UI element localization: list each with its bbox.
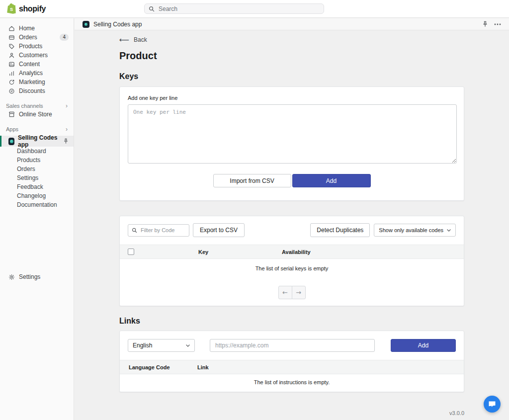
search-icon [132,228,137,233]
orders-count-badge: 4 [60,34,69,41]
chat-bubble-icon [488,401,496,408]
detect-duplicates-button[interactable]: Detect Duplicates [310,223,370,237]
customers-icon [8,52,15,59]
keys-heading: Keys [119,72,464,81]
chevron-down-icon [186,344,190,347]
codes-empty-state: The list of serial keys is empty [120,259,464,271]
home-icon [8,25,15,32]
sidebar-item-marketing[interactable]: Marketing [0,78,74,86]
pin-icon[interactable] [482,21,488,27]
sidebar-item-customers[interactable]: Customers [0,51,74,60]
top-bar: S shopify [0,0,509,18]
next-page-button[interactable]: → [292,286,306,299]
links-heading: Links [119,317,464,326]
search-input[interactable] [158,5,320,13]
keys-textarea[interactable] [128,104,457,164]
sidebar-item-home[interactable]: Home [0,24,74,33]
app-header-bar: Selling Codes app [75,18,509,30]
app-nav-changelog[interactable]: Changelog [0,191,74,200]
app-nav-documentation[interactable]: Documentation [0,200,74,209]
language-select[interactable]: English [128,339,195,352]
chevron-right-icon: › [66,126,68,133]
back-link[interactable]: ⟵ Back [119,36,464,43]
storefront-icon [8,111,15,118]
shopify-wordmark: shopify [19,4,46,13]
export-to-csv-button[interactable]: Export to CSV [193,223,245,237]
pin-icon[interactable] [63,138,69,144]
sidebar-item-settings[interactable]: Settings [0,273,74,280]
app-nav-settings[interactable]: Settings [0,173,74,182]
marketing-icon [8,79,15,85]
sidebar-item-online-store[interactable]: Online Store [0,110,74,119]
column-header-availability: Availability [282,249,311,255]
gear-icon [8,274,15,280]
import-from-csv-button[interactable]: Import from CSV [213,174,291,187]
sidebar-item-content[interactable]: Content [0,60,74,69]
sidebar-item-discounts[interactable]: Discounts [0,86,74,95]
column-header-key: Key [198,249,282,255]
app-nav-products[interactable]: Products [0,156,74,165]
products-icon [8,43,15,50]
filter-by-code-input[interactable] [140,227,185,234]
codes-table-header: Key Availability [120,245,464,259]
content-icon [8,61,15,68]
sidebar-item-selling-codes-app[interactable]: Selling Codes app [0,136,74,147]
main-area: Selling Codes app ⟵ Back Product Keys Ad… [75,18,509,420]
pagination: ← → [120,286,464,306]
app-nav-feedback[interactable]: Feedback [0,182,74,191]
selling-codes-app-icon [8,138,14,145]
chat-bubble-button[interactable] [484,396,501,413]
column-header-language-code: Language Code [120,364,197,370]
shopify-logo[interactable]: S shopify [6,3,46,14]
chevron-right-icon: › [66,102,68,109]
keys-field-label: Add one key per line [128,95,456,101]
previous-page-button[interactable]: ← [278,286,292,299]
availability-filter-select[interactable]: Show only available codes [374,224,456,237]
links-empty-state: The list of instructions is empty. [120,374,464,392]
add-link-button[interactable]: Add [391,339,456,352]
link-url-input[interactable] [210,339,375,352]
app-header-title: Selling Codes app [93,21,142,28]
add-keys-button[interactable]: Add [292,174,371,187]
sales-channels-section[interactable]: Sales channels › [0,101,74,110]
links-table-header: Language Code Link [120,360,464,374]
search-icon [149,6,155,12]
app-nav-dashboard[interactable]: Dashboard [0,147,74,156]
page-title: Product [119,50,464,62]
more-options-icon[interactable] [494,23,501,25]
keys-card: Add one key per line Import from CSV Add [119,86,464,201]
analytics-icon [8,70,15,77]
filter-by-code-field[interactable] [128,224,189,237]
apps-section[interactable]: Apps › [0,125,74,133]
sidebar: Home Orders 4 Products Customers Content… [0,18,74,420]
column-header-link: Link [197,364,209,370]
app-nav-orders[interactable]: Orders [0,165,74,173]
chevron-down-icon [447,229,451,232]
links-card: English Add Language Code Link The list … [119,331,464,392]
app-version-label: v3.0.0 [119,410,464,416]
select-all-checkbox[interactable] [128,249,134,255]
global-search[interactable] [144,3,324,14]
orders-icon [8,34,15,41]
sidebar-item-orders[interactable]: Orders 4 [0,33,74,42]
svg-text:S: S [10,7,13,12]
codes-table-card: Export to CSV Detect Duplicates Show onl… [119,216,464,306]
discounts-icon [8,88,15,94]
selling-codes-app-icon [83,21,89,28]
shopify-bag-icon: S [6,3,17,14]
sidebar-item-analytics[interactable]: Analytics [0,69,74,78]
back-arrow-icon: ⟵ [119,37,129,42]
sidebar-item-products[interactable]: Products [0,42,74,51]
